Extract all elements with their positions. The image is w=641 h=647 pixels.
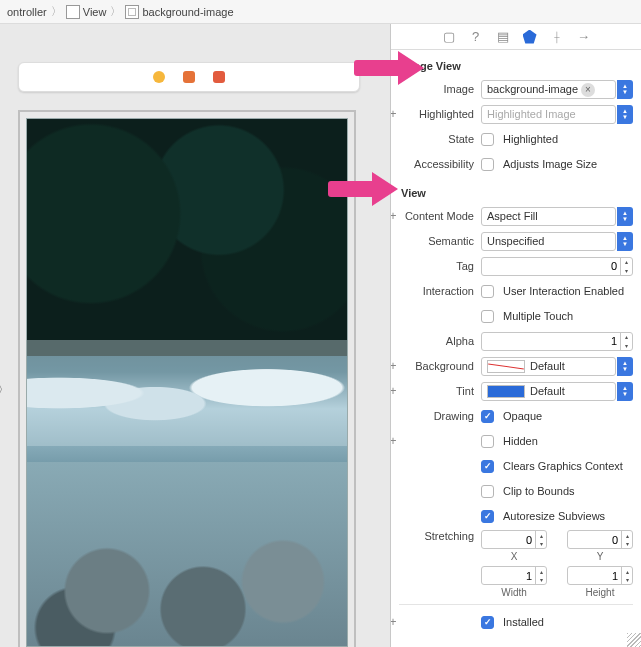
label-stretching: Stretching	[399, 530, 481, 542]
file-tab-icon[interactable]: ▢	[441, 29, 457, 45]
checkbox-adjusts-image-size[interactable]	[481, 158, 494, 171]
resize-grip-icon[interactable]	[627, 633, 641, 647]
label-tint: Tint	[399, 385, 481, 397]
color-swatch	[487, 385, 525, 398]
canvas-pane[interactable]: 〉 9:41 AM	[0, 24, 391, 647]
image-content	[27, 119, 347, 356]
stretch-h-field[interactable]: ▴▾	[567, 566, 633, 585]
cube-icon[interactable]	[183, 71, 195, 83]
label-background: Background	[399, 360, 481, 372]
stepper-icon[interactable]: ▴▾	[620, 258, 632, 275]
inspector-tabs: ▢ ? ▤ �ejto ⟊ →	[391, 24, 641, 50]
checkbox-clip-bounds[interactable]	[481, 485, 494, 498]
chevron-right-icon: 〉	[109, 4, 122, 19]
breadcrumb-item[interactable]: background-image	[122, 5, 236, 19]
highlighted-combo[interactable]: Highlighted Image	[481, 105, 616, 124]
section-view: View	[401, 187, 633, 199]
dropdown-arrows-icon[interactable]: ▲▼	[617, 357, 633, 376]
label-alpha: Alpha	[399, 335, 481, 347]
add-icon[interactable]: +	[391, 434, 399, 448]
dropdown-arrows-icon[interactable]: ▲▼	[617, 232, 633, 251]
stepper-icon[interactable]: ▴▾	[620, 333, 632, 350]
color-swatch	[487, 360, 525, 373]
device-canvas[interactable]: 9:41 AM	[26, 118, 348, 647]
stretch-y-field[interactable]: ▴▾	[567, 530, 633, 549]
breadcrumb-controller[interactable]: ontroller	[4, 6, 50, 18]
stretch-w-field[interactable]: ▴▾	[481, 566, 547, 585]
label-image: Image	[399, 83, 481, 95]
help-tab-icon[interactable]: ?	[468, 29, 484, 45]
alpha-field[interactable]: ▴▾	[481, 332, 633, 351]
content-mode-combo[interactable]: Aspect Fill	[481, 207, 616, 226]
label-semantic: Semantic	[399, 235, 481, 247]
label-tag: Tag	[399, 260, 481, 272]
image-view-icon	[125, 5, 139, 19]
tag-field[interactable]: ▴▾	[481, 257, 633, 276]
size-tab-icon[interactable]: ⟊	[549, 29, 565, 45]
dropdown-arrows-icon[interactable]: ▲▼	[617, 105, 633, 124]
add-icon[interactable]: +	[391, 359, 399, 373]
checkbox-user-interaction[interactable]	[481, 285, 494, 298]
checkbox-highlighted[interactable]	[481, 133, 494, 146]
checkbox-multiple-touch[interactable]	[481, 310, 494, 323]
checkbox-clears-gc[interactable]	[481, 460, 494, 473]
label-state: State	[399, 133, 481, 145]
label-drawing: Drawing	[399, 410, 481, 422]
breadcrumb-view[interactable]: View	[63, 5, 110, 19]
attributes-tab-icon[interactable]: �ejto	[522, 29, 538, 45]
label-accessibility: Accessibility	[399, 158, 481, 170]
add-icon[interactable]: +	[391, 615, 399, 629]
image-combo[interactable]: background-image ×	[481, 80, 616, 99]
inspector-panel: ▢ ? ▤ �ejto ⟊ → .tabs .tab-ic:nth-child(…	[391, 24, 641, 647]
record-icon[interactable]	[153, 71, 165, 83]
grid-icon[interactable]	[213, 71, 225, 83]
toolbar-capsule	[18, 62, 360, 92]
checkbox-opaque[interactable]	[481, 410, 494, 423]
label-highlighted: Highlighted	[399, 108, 481, 120]
stretch-x-field[interactable]: ▴▾	[481, 530, 547, 549]
clear-icon[interactable]: ×	[581, 83, 595, 97]
checkbox-installed[interactable]	[481, 616, 494, 629]
background-combo[interactable]: Default	[481, 357, 616, 376]
semantic-combo[interactable]: Unspecified	[481, 232, 616, 251]
add-icon[interactable]: +	[391, 384, 399, 398]
dropdown-arrows-icon[interactable]: ▲▼	[617, 207, 633, 226]
label-interaction: Interaction	[399, 285, 481, 297]
identity-tab-icon[interactable]: ▤	[495, 29, 511, 45]
connections-tab-icon[interactable]: →	[576, 29, 592, 45]
dropdown-arrows-icon[interactable]: ▲▼	[617, 80, 633, 99]
view-icon	[66, 5, 80, 19]
indent-arrow-icon: 〉	[0, 380, 12, 401]
dropdown-arrows-icon[interactable]: ▲▼	[617, 382, 633, 401]
add-icon[interactable]: +	[391, 209, 399, 223]
checkbox-autoresize[interactable]	[481, 510, 494, 523]
chevron-right-icon: 〉	[50, 4, 63, 19]
breadcrumb: ontroller 〉 View 〉 background-image	[0, 0, 641, 24]
label-content-mode: Content Mode	[399, 210, 481, 222]
section-image-view: Image View	[401, 60, 633, 72]
add-icon[interactable]: +	[391, 107, 399, 121]
tint-combo[interactable]: Default	[481, 382, 616, 401]
checkbox-hidden[interactable]	[481, 435, 494, 448]
